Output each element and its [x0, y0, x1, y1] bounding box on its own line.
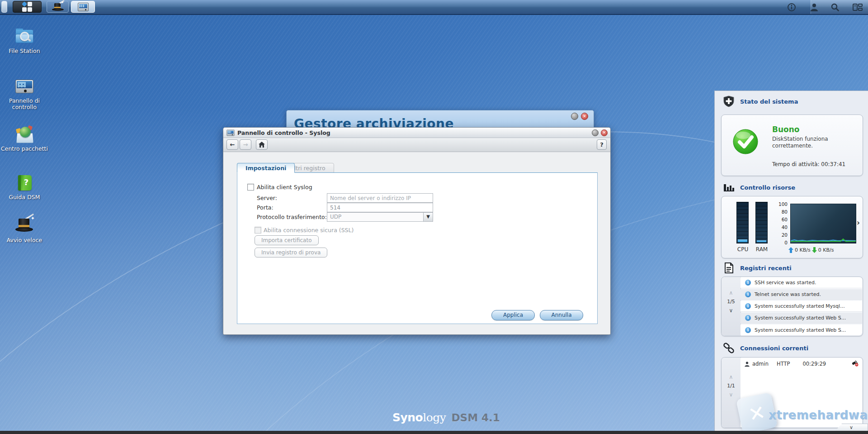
network-chart — [790, 204, 856, 243]
magic-hat-icon: ✦ — [52, 2, 64, 11]
dsm-version: DSM 4.1 — [451, 412, 500, 424]
network-legend: 0 KB/s 0 KB/s — [788, 247, 834, 253]
axis-tick: 60 — [777, 217, 788, 222]
log-row[interactable]: iSystem successfully started Web S... — [741, 324, 862, 335]
log-row[interactable]: iSystem successfully started Web S... — [741, 313, 862, 324]
port-label: Porta: — [257, 204, 274, 211]
info-icon[interactable] — [787, 2, 797, 12]
pager-up-icon[interactable]: ∧ — [722, 374, 741, 380]
taskbar-control-panel-button[interactable] — [71, 1, 95, 13]
dialog-title: Pannello di controllo - Syslog — [237, 129, 590, 136]
log-row[interactable]: iTelnet service was started. — [741, 289, 862, 300]
health-ok-icon — [732, 129, 759, 155]
info-icon: i — [745, 315, 751, 321]
ssl-checkbox[interactable] — [255, 227, 261, 234]
log-text: System successfully started Web S... — [755, 315, 846, 321]
server-input[interactable] — [327, 193, 433, 203]
log-text: System successfully started Web S... — [755, 327, 846, 333]
home-button[interactable] — [256, 139, 268, 150]
logo-serif: logy — [423, 411, 446, 424]
search-icon[interactable] — [830, 2, 840, 12]
enable-syslog-label: Abilita client Syslog — [257, 184, 312, 191]
desktop-icon-control-panel[interactable]: Pannello di controllo — [1, 78, 48, 111]
apply-button[interactable]: Applica — [491, 310, 535, 320]
minimize-button[interactable] — [571, 113, 578, 120]
taskbar-quick-launch-button[interactable]: ✦ — [47, 1, 69, 13]
widget-panel: Stato del sistema Buono DiskStation funz… — [714, 91, 868, 431]
import-certificate-button[interactable]: Importa certificato — [255, 235, 319, 245]
info-icon: i — [745, 280, 751, 286]
pager-up-icon[interactable]: ∧ — [722, 290, 741, 296]
show-desktop-button[interactable] — [1, 1, 7, 13]
axis-tick: 40 — [777, 225, 788, 230]
cpu-gauge — [736, 202, 749, 243]
back-button[interactable]: ← — [226, 139, 238, 150]
ram-gauge — [755, 202, 768, 243]
synology-logo: Synology DSM 4.1 — [392, 411, 500, 424]
pager-down-icon[interactable]: ∨ — [722, 391, 741, 398]
health-uptime: Tempo di attività: 00:37:41 — [772, 161, 845, 167]
user-icon — [744, 361, 750, 367]
download-rate: 0 KB/s — [818, 247, 834, 253]
main-menu-button[interactable] — [13, 1, 42, 13]
connections-section-title: Connessioni correnti — [740, 345, 808, 352]
dialog-toolbar: ← → ? — [223, 138, 610, 152]
control-panel-icon — [78, 3, 89, 11]
health-status: Buono — [772, 125, 800, 134]
minimize-button[interactable] — [592, 129, 599, 136]
desktop-icon-file-station[interactable]: File Station — [1, 28, 48, 54]
dialog-titlebar[interactable]: Pannello di controllo - Syslog ✕ — [223, 128, 610, 138]
connections-pager: ∧ 1/1 ∨ — [722, 358, 741, 428]
syslog-dialog: Pannello di controllo - Syslog ✕ ← → ? I… — [223, 127, 611, 335]
info-icon: i — [745, 291, 751, 297]
axis-tick: 0 — [777, 240, 788, 245]
enable-syslog-checkbox[interactable] — [247, 184, 254, 191]
ssl-label: Abilita connessione sicura (SSL) — [264, 227, 354, 234]
package-center-icon — [14, 126, 34, 144]
log-row[interactable]: iSSH service was started. — [741, 277, 862, 288]
chevron-down-icon[interactable]: ▼ — [423, 213, 433, 221]
user-icon[interactable] — [809, 2, 819, 12]
bottom-edge-bar — [0, 431, 868, 434]
dialog-body: Impostazioni Filtri registro Abilita cli… — [223, 152, 610, 336]
link-icon — [723, 342, 735, 354]
desktop-icon-label: Centro pacchetti — [1, 146, 48, 152]
protocol-label: Protocollo trasferimento: — [257, 214, 327, 220]
connection-row[interactable]: admin HTTP 00:29:29 — [741, 358, 862, 370]
health-description: DiskStation funziona correttamente. — [772, 136, 849, 149]
settings-tab-panel: Abilita client Syslog Server: Porta: Pro… — [237, 172, 598, 324]
axis-tick: 100 — [777, 202, 788, 207]
desktop-icon-label: Pannello di controllo — [1, 98, 48, 111]
connection-duration: 00:29:29 — [802, 361, 826, 367]
cancel-button[interactable]: Annulla — [540, 310, 583, 320]
chevron-down-icon: ∨ — [849, 424, 853, 430]
protocol-select[interactable]: UDP ▼ — [327, 212, 433, 222]
cpu-label: CPU — [734, 246, 752, 253]
disconnect-icon[interactable] — [851, 360, 859, 368]
port-input[interactable] — [327, 203, 433, 212]
desktop-icon-dsm-help[interactable]: ? Guida DSM — [1, 174, 48, 200]
log-text: System successfully started Mysql... — [755, 303, 845, 309]
upload-rate: 0 KB/s — [795, 247, 811, 253]
resource-card[interactable]: CPU RAM 100 80 60 40 20 0 0 KB/s 0 KB/s … — [721, 196, 863, 258]
tab-settings[interactable]: Impostazioni — [237, 163, 295, 173]
resources-section-title: Controllo risorse — [740, 184, 795, 191]
desktop-icon-quick-start[interactable]: ✦ Avvio veloce — [1, 217, 48, 243]
logs-section-title: Registri recenti — [740, 265, 792, 272]
expand-chevron-icon[interactable]: › — [857, 218, 860, 227]
watermark-text: xtremehardware.com — [769, 408, 868, 422]
pilot-view-icon[interactable] — [853, 2, 863, 12]
send-test-log-button[interactable]: Invia registro di prova — [255, 248, 327, 258]
info-icon: i — [745, 327, 751, 333]
help-button[interactable]: ? — [597, 139, 607, 150]
forward-button[interactable]: → — [240, 139, 251, 150]
close-icon[interactable]: ✕ — [601, 129, 608, 136]
server-label: Server: — [257, 195, 277, 201]
shield-icon — [723, 95, 735, 107]
close-icon[interactable]: ✕ — [581, 113, 588, 120]
log-row[interactable]: iSystem successfully started Mysql... — [741, 301, 862, 312]
download-arrow-icon — [812, 247, 817, 253]
bar-chart-icon — [723, 181, 735, 193]
pager-down-icon[interactable]: ∨ — [722, 307, 741, 314]
desktop-icon-package-center[interactable]: Centro pacchetti — [1, 126, 48, 152]
